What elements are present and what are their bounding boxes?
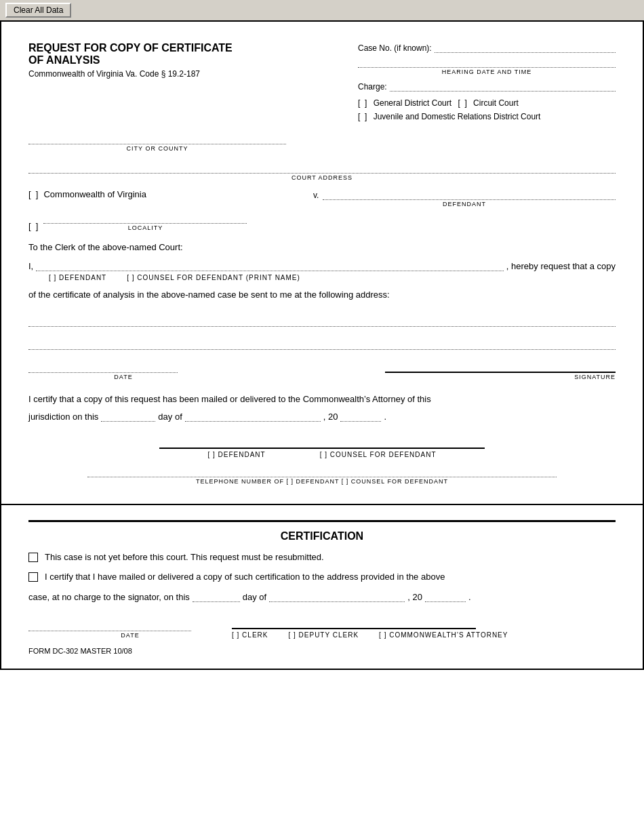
form-right-header: Case No. (if known): HEARING DATE AND TI… [358, 42, 616, 125]
cert-check-1-bracket[interactable] [28, 553, 38, 562]
general-district-label: General District Court [374, 98, 451, 108]
cert-sig-block: [ ] CLERK [ ] DEPUTY CLERK [ ] COMMONWEA… [232, 618, 616, 639]
bottom-sig-labels: [ ] DEFENDANT [ ] COUNSEL FOR DEFENDANT [28, 451, 616, 458]
vs-label: v. [313, 191, 319, 200]
certificate-text: of the certificate of analysis in the ab… [28, 290, 616, 300]
locality-label: LOCALITY [43, 224, 247, 231]
city-county-wrap [28, 134, 286, 144]
name-input[interactable] [36, 260, 504, 271]
case-no-input[interactable] [435, 42, 616, 53]
address-line-1[interactable] [28, 316, 616, 327]
hearing-date-line[interactable] [358, 57, 616, 68]
defendant-block: v. DEFENDANT [313, 189, 616, 207]
defendant-name-input[interactable] [323, 189, 616, 200]
cert-sig-labels: [ ] CLERK [ ] DEPUTY CLERK [ ] COMMONWEA… [232, 631, 616, 639]
commonwealths-attorney-checkbox[interactable]: [ ] COMMONWEALTH’S ATTORNEY [379, 631, 508, 639]
bottom-signature-section: [ ] DEFENDANT [ ] COUNSEL FOR DEFENDANT [28, 438, 616, 458]
case-period: . [468, 592, 471, 602]
juvenile-court-bracket[interactable]: [ ] [358, 112, 367, 121]
cert-check-2-text: I certify that I have mailed or delivere… [45, 572, 445, 582]
cert-date-input[interactable] [28, 620, 191, 631]
jurisdiction-row: jurisdiction on this day of , 20 . [28, 411, 616, 422]
case-no-row: Case No. (if known): [358, 42, 616, 53]
case-no-label: Case No. (if known): [358, 43, 432, 53]
date-label: DATE [28, 374, 218, 380]
defendant-sig-checkbox[interactable]: [ ] DEFENDANT [207, 451, 265, 458]
i-hereby-row: I, , hereby request that a copy [28, 260, 616, 271]
hearing-date-label: HEARING DATE AND TIME [358, 68, 616, 75]
i-label: I, [28, 261, 33, 271]
cert-check-row-2: I certify that I have mailed or delivere… [28, 572, 616, 582]
case-year-input[interactable] [425, 591, 466, 602]
cert-check-row-1: This case is not yet before this court. … [28, 552, 616, 562]
circuit-court-bracket[interactable]: [ ] [458, 98, 466, 108]
form-title-line2: OF ANALYSIS [28, 54, 100, 66]
court-address-section: COURT ADDRESS [28, 163, 616, 181]
locality-wrap: LOCALITY [43, 213, 247, 231]
plaintiff-block: [ ] Commonwealth of Virginia [28, 189, 313, 203]
case-day-input[interactable] [193, 591, 240, 602]
circuit-court-label: Circuit Court [473, 98, 519, 108]
cert-bottom-row: DATE [ ] CLERK [ ] DEPUTY CLERK [ ] COMM… [28, 618, 616, 639]
form-title-line1: REQUEST FOR COPY OF CERTIFICATE [28, 42, 233, 54]
hearing-block: HEARING DATE AND TIME [358, 57, 616, 75]
commonwealth-row: [ ] Commonwealth of Virginia [28, 189, 313, 199]
cert-sig-line[interactable] [232, 618, 476, 629]
deputy-clerk-checkbox[interactable]: [ ] DEPUTY CLERK [288, 631, 359, 639]
signature-input[interactable] [385, 362, 616, 373]
charge-row: Charge: [358, 81, 616, 92]
telephone-input[interactable] [87, 466, 557, 477]
cert-check-2-bracket[interactable] [28, 572, 38, 582]
case-text: case, at no charge to the signator, on t… [28, 592, 190, 602]
certification-section: CERTIFICATION This case is not yet befor… [0, 505, 644, 670]
defendant-label: DEFENDANT [313, 201, 616, 207]
clerk-checkbox[interactable]: [ ] CLERK [232, 631, 268, 639]
case-month-input[interactable] [269, 591, 405, 602]
jurisdiction-day-input[interactable] [101, 411, 155, 422]
cert-date-label: DATE [28, 632, 232, 639]
date-input[interactable] [28, 362, 178, 373]
case-row: case, at no charge to the signator, on t… [28, 591, 616, 602]
section-divider [28, 520, 616, 522]
juvenile-court-label: Juvenile and Domestic Relations District… [374, 112, 541, 121]
date-block: DATE [28, 362, 218, 380]
vs-defendant-row: v. [313, 189, 616, 200]
address-line-2[interactable] [28, 339, 616, 350]
hereby-suffix: , hereby request that a copy [506, 261, 616, 271]
form-number: FORM DC-302 MASTER 10/08 [28, 647, 616, 655]
comma-20: , 20 [323, 412, 338, 422]
date-signature-row: DATE SIGNATURE [28, 362, 616, 380]
locality-input[interactable] [43, 213, 247, 224]
i-certify-section: I certify that a copy of this request ha… [28, 394, 616, 404]
clear-all-data-button[interactable]: Clear All Data [5, 3, 71, 18]
form-subtitle: Commonwealth of Virginia Va. Code § 19.2… [28, 69, 233, 79]
court-type-row2: [ ] Juvenile and Domestic Relations Dist… [358, 112, 616, 121]
jurisdiction-year-input[interactable] [340, 411, 381, 422]
toolbar: Clear All Data [0, 0, 644, 20]
form-header: REQUEST FOR COPY OF CERTIFICATE OF ANALY… [28, 42, 616, 125]
case-comma-20: , 20 [407, 592, 422, 602]
cert-date-block: DATE [28, 620, 232, 639]
jurisdiction-month-input[interactable] [185, 411, 321, 422]
charge-input[interactable] [390, 81, 616, 92]
i-certify-text: I certify that a copy of this request ha… [28, 394, 616, 404]
form-title-block: REQUEST FOR COPY OF CERTIFICATE OF ANALY… [28, 42, 233, 79]
counsel-checkbox[interactable]: [ ] COUNSEL FOR DEFENDANT (PRINT NAME) [127, 274, 300, 281]
bottom-signature-line[interactable] [159, 438, 485, 449]
jurisdiction-text: jurisdiction on this [28, 412, 98, 422]
defendant-checkbox[interactable]: [ ] DEFENDANT [49, 274, 106, 281]
locality-bracket[interactable]: [ ] [28, 221, 38, 231]
certification-title: CERTIFICATION [28, 530, 616, 542]
city-county-label: CITY OR COUNTY [28, 145, 286, 152]
cert-check-1-text: This case is not yet before this court. … [45, 552, 324, 562]
court-address-label: COURT ADDRESS [28, 174, 616, 181]
defendant-counsel-checkboxes: [ ] DEFENDANT [ ] COUNSEL FOR DEFENDANT … [49, 274, 616, 281]
general-district-bracket[interactable]: [ ] [358, 98, 367, 108]
court-address-input[interactable] [28, 163, 616, 174]
court-type-row1: [ ] General District Court [ ] Circuit C… [358, 98, 616, 108]
city-county-input[interactable] [28, 134, 286, 144]
city-county-section: CITY OR COUNTY [28, 134, 616, 152]
form-container: REQUEST FOR COPY OF CERTIFICATE OF ANALY… [0, 20, 644, 505]
commonwealth-bracket[interactable]: [ ] [28, 189, 38, 199]
counsel-sig-checkbox[interactable]: [ ] COUNSEL FOR DEFENDANT [320, 451, 437, 458]
